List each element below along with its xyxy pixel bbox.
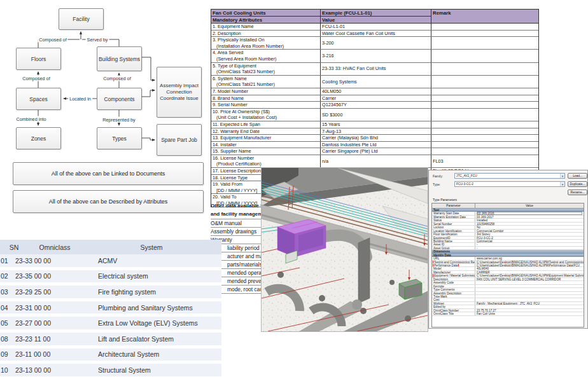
- parameter-value-cell[interactable]: FAN COIL UNIT SERVING LEVEL 3 COMMERCIAL…: [475, 278, 584, 280]
- parameter-value-cell[interactable]: 03 JAN 2016: [475, 212, 584, 214]
- attribute-cell: 3. Physically Installed On (Installation…: [211, 37, 321, 49]
- cobie-concept-diagram: Facility Floors Building Systems Spaces …: [0, 0, 210, 219]
- fcu-table-row: 13. Equipment Manufacturer Carrier (Mala…: [211, 135, 538, 142]
- parameter-value-cell[interactable]: 3rd Storey: [475, 233, 584, 235]
- diagram-node-spare-part-job: Spare Part Job: [157, 124, 202, 156]
- type-value: FCU-3-CC-2: [456, 183, 473, 186]
- bim-3d-viewport[interactable]: [261, 167, 428, 332]
- attribute-cell: 7. Model Number: [211, 88, 321, 95]
- remark-cell: FL03: [431, 155, 538, 167]
- parameter-value-cell[interactable]: 03 JAN 2017: [475, 216, 584, 218]
- table-row: 10 23-13 00 00 Structural System: [0, 364, 221, 379]
- parameter-value-cell[interactable]: www.carrier.com.sg: [475, 257, 584, 259]
- parameter-value-cell[interactable]: [475, 298, 584, 301]
- parameter-value-cell[interactable]: [475, 305, 584, 308]
- parameter-value-cell[interactable]: [475, 292, 584, 294]
- omniclass-cell: 23-11 00 00: [15, 350, 83, 358]
- remark-cell: [431, 135, 538, 141]
- chevron-down-icon[interactable]: ▾: [560, 174, 564, 178]
- fcu-remark-header: Remark: [431, 10, 538, 24]
- fcu-title: Fan Coil Cooling Units: [211, 10, 321, 17]
- system-classification-table: SN Omniclass System 01 23-33 00 00 ACMV …: [0, 240, 221, 379]
- edge-label-represented-by: Represented by: [101, 117, 137, 123]
- node-label: Assembly Impact Connection Coordinate Is…: [158, 83, 200, 102]
- parameter-name-cell: Building Name: [432, 240, 475, 242]
- attribute-cell: 1. Equipment Name: [211, 24, 321, 30]
- edge-label-served-by: Served by: [86, 37, 109, 43]
- attribute-cell: 4. Area Served (Served Area Room Number): [211, 50, 321, 62]
- remark-cell: [431, 37, 538, 49]
- system-cell: Fire fighting system: [83, 288, 221, 296]
- parameter-value-cell[interactable]: FCU-3-CC-2: [475, 237, 584, 239]
- parameter-value-cell[interactable]: [475, 254, 584, 256]
- page: Facility Floors Building Systems Spaces …: [0, 0, 588, 379]
- parameter-name-cell: Asset ID: [432, 243, 475, 245]
- parameter-value-cell[interactable]: [475, 288, 584, 291]
- parameter-value-cell[interactable]: Family : Mechanical Equipment : JTC_AV2_…: [475, 302, 584, 305]
- wall-panel: [358, 238, 370, 303]
- attribute-line2: (Product Certification): [213, 161, 319, 167]
- parameter-name-cell: Keynote: [432, 285, 475, 287]
- load-button[interactable]: Load...: [568, 173, 587, 179]
- parameter-name-cell: Edited by: [432, 305, 475, 308]
- fcu-table-row: 6. System Name (OmniClass Tabl21 Number)…: [211, 76, 538, 88]
- duplicate-button[interactable]: Duplicate...: [568, 181, 587, 187]
- value-cell: SD $3000: [321, 109, 431, 121]
- parameter-table: Parameter Value Text Warranty Start Date…: [431, 203, 584, 327]
- parameter-value-cell[interactable]: Commercial: [475, 240, 584, 242]
- parameter-value-cell[interactable]: -: [475, 247, 584, 249]
- chevron-down-icon[interactable]: ▾: [560, 182, 564, 186]
- notes-heading-line1: Other data available t: [211, 202, 262, 210]
- parameter-value-cell[interactable]: Installed: [475, 219, 584, 221]
- parameter-name-cell: Lockout: [432, 226, 475, 228]
- parameter-value-cell[interactable]: C:\Users\caduser\Desktop\BIMAGE\NAUSHAD …: [475, 264, 584, 266]
- parameter-value-cell[interactable]: 10159480258: [475, 223, 584, 225]
- omniclass-cell: 23-29 25 00: [15, 288, 83, 296]
- sn-cell: 09: [0, 350, 15, 358]
- diagram-node-components: Components: [97, 88, 142, 110]
- attribute-line1: 1. Equipment Name: [213, 24, 319, 30]
- system-cell: Lift and Escalator System: [83, 335, 221, 343]
- parameter-value-cell[interactable]: [475, 250, 584, 252]
- rename-button[interactable]: Rename...: [568, 190, 587, 195]
- parameter-value-cell[interactable]: C:\Users\caduser\Desktop\BIMAGE\NAUSHAD …: [475, 274, 584, 277]
- attribute-cell: 15. Supplier Name: [211, 148, 321, 155]
- parameter-value-cell[interactable]: No: [475, 226, 584, 228]
- diagram-node-facility: Facility: [59, 8, 104, 30]
- parameter-value-cell[interactable]: [475, 281, 584, 284]
- diagram-node-zones: Zones: [16, 127, 61, 149]
- parameter-value-cell[interactable]: [475, 295, 584, 298]
- parameter-value-cell[interactable]: CARRIER: [475, 271, 584, 273]
- parameter-row[interactable]: OmniClass Title Fan Coil Units: [432, 312, 584, 315]
- parameter-name-cell: OmniClass Number: [432, 309, 475, 312]
- parameter-value-cell[interactable]: 23.75.70.17.27: [475, 309, 584, 312]
- parameter-name-cell: Manufacturer: [432, 271, 475, 273]
- parameter-name-cell: Serial Number: [432, 223, 475, 225]
- fcu-example-header: Example (FCU-L1-01): [321, 10, 431, 17]
- parameter-value-cell[interactable]: [475, 209, 584, 211]
- revit-type-properties-panel: Family: JTC_AV2_FCU ▾ Load... Type: FCU-…: [428, 170, 588, 329]
- attribute-line1: 15. Supplier Name: [213, 148, 319, 155]
- attribute-line2: (Installation Area Room Number): [213, 43, 319, 50]
- type-label: Type:: [433, 183, 440, 186]
- parameter-name-cell: Type Comments: [432, 288, 475, 291]
- value-cell: 7-Aug-13: [321, 128, 431, 135]
- value-cell: Water Cool Cassette Fan Coil Units: [321, 31, 431, 37]
- value-cell: 15 Years: [321, 121, 431, 128]
- parameter-value-cell[interactable]: -: [475, 243, 584, 245]
- parameter-value-cell[interactable]: Commercial Corridor: [475, 230, 584, 232]
- fcu-table-row: 7. Model Number 40LM050: [211, 88, 538, 95]
- remark-cell: [431, 121, 538, 128]
- omniclass-cell: 23-13 00 00: [15, 366, 83, 374]
- fcu-table-row: 4. Area Served (Served Area Room Number)…: [211, 50, 538, 62]
- omniclass-header: Omniclass: [28, 244, 81, 251]
- parameter-value-cell[interactable]: C:\Users\caduser\Desktop\BIMAGE\NAUSHAD …: [475, 261, 584, 263]
- family-dropdown[interactable]: JTC_AV2_FCU ▾: [454, 173, 565, 179]
- type-dropdown[interactable]: FCU-3-CC-2 ▾: [454, 181, 565, 187]
- parameter-value-cell[interactable]: Fan Coil Units: [475, 312, 584, 315]
- system-cell: Structural System: [83, 366, 221, 374]
- parameter-value-cell[interactable]: 40LM040: [475, 267, 584, 270]
- system-cell: ACMV: [83, 257, 221, 265]
- edge-label-combined-into: Combined into: [15, 116, 47, 122]
- parameter-value-cell[interactable]: [475, 285, 584, 287]
